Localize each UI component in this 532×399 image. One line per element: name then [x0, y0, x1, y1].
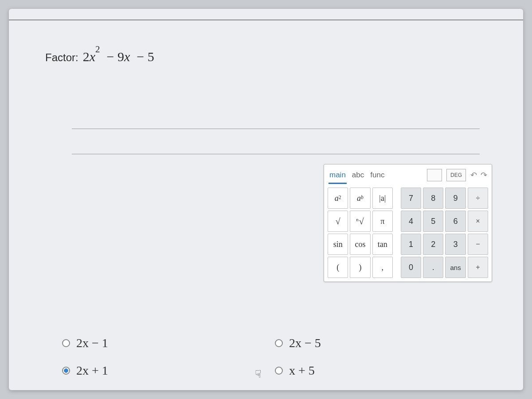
radio-option-4[interactable] [275, 367, 283, 375]
key-square[interactable]: a2 [328, 188, 348, 209]
radio-option-1[interactable] [62, 339, 70, 347]
radio-option-2[interactable] [275, 339, 283, 347]
key-ans[interactable]: ans [445, 257, 466, 278]
divider-top [9, 20, 523, 20]
undo-icon[interactable]: ↶ [470, 170, 477, 180]
question-prompt: Factor: 2x2 − 9x − 5 [45, 48, 154, 64]
tab-abc[interactable]: abc [351, 169, 365, 181]
key-divide[interactable]: ÷ [468, 188, 488, 209]
key-4[interactable]: 4 [401, 211, 421, 232]
hand-cursor-icon: ☟ [255, 368, 262, 380]
mode-toggle[interactable] [427, 169, 442, 181]
key-tan[interactable]: tan [372, 234, 393, 255]
option-3-label: 2x + 1 [76, 364, 108, 378]
key-cos[interactable]: cos [350, 234, 370, 255]
key-5[interactable]: 5 [423, 211, 443, 232]
key-7[interactable]: 7 [401, 188, 421, 209]
option-4[interactable]: x + 5 [257, 364, 452, 378]
key-subtract[interactable]: − [468, 234, 488, 255]
option-2-label: 2x − 5 [289, 336, 321, 350]
screen-frame: Factor: 2x2 − 9x − 5 main abc func DEG ↶… [9, 9, 523, 390]
deg-indicator[interactable]: DEG [446, 169, 466, 181]
key-9[interactable]: 9 [445, 188, 466, 209]
key-add[interactable]: + [468, 257, 488, 278]
answer-input-box[interactable] [72, 129, 480, 154]
option-4-label: x + 5 [289, 364, 315, 378]
key-1[interactable]: 1 [401, 234, 421, 255]
key-comma[interactable]: , [372, 257, 393, 278]
key-3[interactable]: 3 [445, 234, 466, 255]
math-keypad: main abc func DEG ↶ ↷ a2 ab |a| 7 8 9 ÷ … [324, 164, 492, 282]
key-rparen[interactable]: ) [350, 257, 370, 278]
key-sin[interactable]: sin [328, 234, 348, 255]
question-label: Factor: [45, 51, 78, 64]
keypad-tabs: main abc func DEG ↶ ↷ [328, 167, 488, 183]
key-sqrt[interactable]: √ [328, 211, 348, 232]
tab-main[interactable]: main [329, 169, 347, 181]
option-3[interactable]: 2x + 1 [62, 364, 257, 378]
key-0[interactable]: 0 [401, 257, 421, 278]
tab-func[interactable]: func [369, 169, 385, 181]
key-dot[interactable]: . [423, 257, 443, 278]
key-8[interactable]: 8 [423, 188, 443, 209]
key-power[interactable]: ab [350, 188, 370, 209]
key-pi[interactable]: π [372, 211, 393, 232]
key-lparen[interactable]: ( [328, 257, 348, 278]
option-1[interactable]: 2x − 1 [62, 336, 257, 350]
question-expression: 2x2 − 9x − 5 [83, 48, 154, 64]
key-nth-root[interactable]: n√ [350, 211, 370, 232]
radio-option-3[interactable] [62, 367, 70, 375]
keypad-grid: a2 ab |a| 7 8 9 ÷ √ n√ π 4 5 6 × sin cos… [328, 188, 488, 278]
option-2[interactable]: 2x − 5 [257, 336, 452, 350]
option-1-label: 2x − 1 [76, 336, 108, 350]
key-multiply[interactable]: × [468, 211, 488, 232]
redo-icon[interactable]: ↷ [481, 170, 487, 180]
key-2[interactable]: 2 [423, 234, 443, 255]
key-abs[interactable]: |a| [372, 188, 393, 209]
key-6[interactable]: 6 [445, 211, 466, 232]
